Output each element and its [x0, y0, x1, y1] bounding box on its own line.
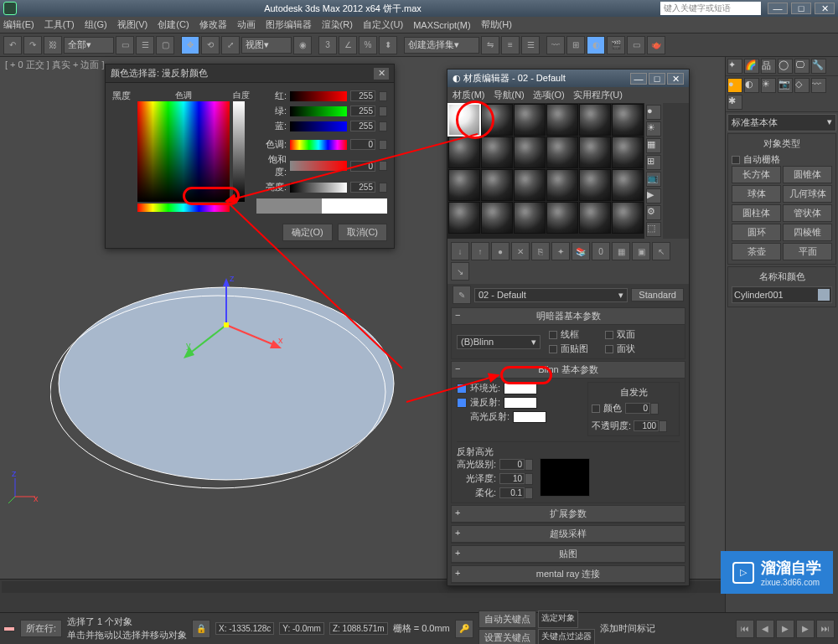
- close-button[interactable]: ✕: [815, 3, 835, 14]
- material-slot[interactable]: [612, 137, 644, 168]
- material-slot[interactable]: [481, 202, 513, 234]
- diffuse-lock-button[interactable]: [457, 398, 467, 408]
- assign-material-button[interactable]: ●: [491, 242, 510, 260]
- menu-edit[interactable]: 编辑(E): [3, 18, 34, 31]
- search-input[interactable]: 键入关键字或短语: [660, 2, 761, 15]
- systems-icon[interactable]: ✱: [727, 95, 742, 110]
- lights-icon[interactable]: ☀: [761, 78, 776, 93]
- z-coord[interactable]: Z: 1088.571m: [329, 622, 388, 635]
- material-name-combo[interactable]: 02 - Default▾: [474, 288, 628, 302]
- menu-help[interactable]: 帮助(H): [481, 18, 512, 31]
- color-picker-close-button[interactable]: ✕: [374, 68, 389, 80]
- autokey-button[interactable]: 自动关键点: [478, 611, 536, 628]
- hue-bar[interactable]: [290, 140, 347, 150]
- material-slot[interactable]: [481, 104, 513, 136]
- cylinder-object[interactable]: z x y: [50, 275, 402, 492]
- motion-tab-icon[interactable]: ◯: [778, 59, 793, 74]
- cylinder-button[interactable]: 圆柱体: [732, 204, 781, 222]
- material-editor-button[interactable]: ◐: [587, 36, 605, 54]
- blue-slider[interactable]: [290, 121, 347, 131]
- green-spinner[interactable]: 255: [350, 106, 375, 116]
- material-slot[interactable]: [514, 137, 546, 168]
- color-picker-titlebar[interactable]: 颜色选择器: 漫反射颜色 ✕: [106, 64, 394, 83]
- object-name-input[interactable]: Cylinder001: [732, 286, 832, 303]
- ambient-lock-button[interactable]: [457, 384, 467, 394]
- val-spinner[interactable]: 255: [350, 182, 375, 193]
- mat-max-button[interactable]: □: [649, 73, 665, 85]
- show-end-result-button[interactable]: ▣: [632, 242, 650, 260]
- display-tab-icon[interactable]: 🖵: [794, 59, 810, 74]
- next-frame-button[interactable]: ▶: [796, 620, 815, 638]
- options-button[interactable]: ⚙: [646, 205, 661, 220]
- menu-render[interactable]: 渲染(R): [322, 18, 353, 31]
- spinner-snap-button[interactable]: ⬍: [379, 36, 397, 54]
- green-slider[interactable]: [290, 106, 347, 116]
- soften-spinner[interactable]: 0.1: [499, 487, 525, 498]
- object-color-swatch[interactable]: [818, 289, 830, 301]
- key-selection-combo[interactable]: 选定对象: [538, 611, 578, 628]
- material-slot[interactable]: [579, 137, 611, 168]
- menu-graph[interactable]: 图形编辑器: [266, 18, 312, 31]
- hue-field[interactable]: [137, 101, 230, 202]
- menu-create[interactable]: 创建(C): [158, 18, 189, 31]
- supersampling-rollout[interactable]: +超级采样: [452, 526, 685, 543]
- material-slot-1[interactable]: [448, 104, 480, 136]
- space-warps-icon[interactable]: 〰: [811, 78, 826, 93]
- modify-tab-icon[interactable]: 🌈: [744, 59, 759, 74]
- blue-spinner[interactable]: 255: [350, 121, 375, 131]
- add-time-tag[interactable]: 添加时间标记: [600, 622, 655, 635]
- material-slot[interactable]: [514, 169, 546, 201]
- make-unique-button[interactable]: ✦: [551, 242, 570, 260]
- tube-button[interactable]: 管状体: [783, 204, 832, 222]
- shader-type-combo[interactable]: (B)Blinn▾: [457, 335, 541, 349]
- rect-select-button[interactable]: ▢: [156, 36, 174, 54]
- helpers-icon[interactable]: ◇: [794, 78, 810, 93]
- select-button[interactable]: ▭: [116, 36, 134, 54]
- torus-button[interactable]: 圆环: [732, 224, 781, 241]
- viewport-label[interactable]: [ + 0 正交 ] 真实 + 边面 ]: [5, 59, 105, 71]
- material-slot[interactable]: [546, 104, 578, 136]
- wire-checkbox[interactable]: [549, 331, 557, 339]
- link-button[interactable]: ⛓: [44, 36, 62, 54]
- red-slider[interactable]: [290, 91, 347, 101]
- prev-frame-button[interactable]: ◀: [756, 620, 774, 638]
- render-frame-button[interactable]: ▭: [627, 36, 645, 54]
- faceted-checkbox[interactable]: [605, 345, 613, 353]
- material-slot[interactable]: [612, 169, 644, 201]
- color-cancel-button[interactable]: 取消(C): [338, 224, 387, 241]
- red-spinner[interactable]: 255: [350, 90, 375, 101]
- goto-start-button[interactable]: ⏮: [736, 620, 754, 638]
- category-combo[interactable]: 标准基本体▾: [727, 114, 836, 131]
- key-filter-button[interactable]: 关键点过滤器: [538, 629, 595, 644]
- sphere-button[interactable]: 球体: [732, 185, 781, 203]
- curve-editor-button[interactable]: 〰: [546, 36, 565, 54]
- x-coord[interactable]: X: -1335.128c: [215, 622, 274, 635]
- selfillum-color-checkbox[interactable]: [592, 404, 600, 413]
- autogrid-checkbox[interactable]: [732, 156, 740, 164]
- y-coord[interactable]: Y: -0.0mm: [279, 622, 324, 635]
- lock-selection-button[interactable]: 🔒: [192, 620, 210, 638]
- mat-menu-utilities[interactable]: 实用程序(U): [573, 89, 623, 101]
- sat-slider[interactable]: [290, 161, 347, 171]
- material-slot[interactable]: [546, 202, 578, 234]
- selfillum-spinner[interactable]: 0: [625, 403, 650, 414]
- scale-button[interactable]: ⤢: [221, 36, 240, 54]
- cone-button[interactable]: 圆锥体: [783, 166, 832, 183]
- diffuse-swatch[interactable]: [504, 397, 537, 409]
- render-setup-button[interactable]: 🎬: [607, 36, 625, 54]
- rotate-button[interactable]: ⟲: [201, 36, 220, 54]
- menu-customize[interactable]: 自定义(U): [363, 18, 403, 31]
- play-button[interactable]: ▶: [776, 620, 794, 638]
- pick-material-button[interactable]: ✎: [453, 286, 471, 304]
- extended-params-rollout[interactable]: +扩展参数: [452, 506, 685, 523]
- make-copy-button[interactable]: ⎘: [531, 242, 550, 260]
- video-check-button[interactable]: 📺: [646, 172, 661, 187]
- material-slot[interactable]: [579, 202, 611, 234]
- geosphere-button[interactable]: 几何球体: [783, 185, 832, 203]
- glossiness-spinner[interactable]: 10: [499, 473, 525, 484]
- layers-button[interactable]: ☰: [521, 36, 540, 54]
- pyramid-button[interactable]: 四棱锥: [783, 224, 832, 241]
- angle-snap-button[interactable]: ∠: [339, 36, 357, 54]
- spec-level-spinner[interactable]: 0: [499, 459, 525, 470]
- goto-end-button[interactable]: ⏭: [816, 620, 835, 638]
